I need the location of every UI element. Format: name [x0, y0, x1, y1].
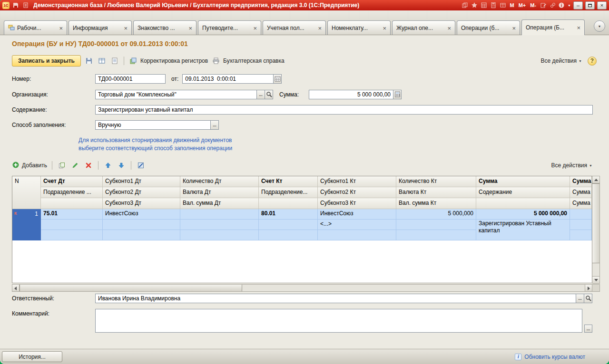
doc-icon[interactable]: [21, 1, 29, 9]
credit-subconto2-cell[interactable]: <...>: [318, 220, 396, 230]
responsible-choose-button[interactable]: ...: [576, 294, 584, 303]
dropdown-arrow-icon[interactable]: ▼: [568, 4, 571, 7]
credit-quantity-cell[interactable]: 5 000,000: [396, 209, 476, 220]
delete-row-icon[interactable]: [84, 161, 93, 170]
save-icon[interactable]: [84, 56, 94, 66]
table-cell[interactable]: [318, 230, 396, 240]
table-cell[interactable]: [570, 220, 592, 230]
calendar-button[interactable]: [274, 74, 282, 84]
memory-minus-button[interactable]: M-: [529, 2, 538, 8]
tab-close-icon[interactable]: ×: [188, 25, 192, 31]
scroll-down-button[interactable]: [592, 276, 599, 283]
vertical-scrollbar[interactable]: [592, 176, 600, 284]
table-cell[interactable]: [180, 220, 259, 230]
table-cell[interactable]: [396, 220, 476, 230]
accounting-note-button[interactable]: Бухгалтерская справка: [211, 56, 285, 66]
calculator-icon[interactable]: [489, 1, 497, 9]
pencil-icon[interactable]: [70, 161, 80, 170]
row-content-cell[interactable]: Зарегистрирован Уставный капитал: [476, 220, 570, 240]
table-cell[interactable]: [41, 230, 103, 240]
add-row-button[interactable]: Добавить: [12, 161, 47, 170]
all-actions-button[interactable]: Все действия ▼: [541, 57, 582, 64]
move-up-icon[interactable]: [103, 161, 113, 170]
table-cell[interactable]: [180, 230, 259, 240]
memory-button[interactable]: M: [508, 2, 515, 8]
comment-textarea[interactable]: [95, 309, 582, 333]
tab-close-icon[interactable]: ×: [512, 25, 516, 31]
star-icon[interactable]: [470, 1, 478, 9]
document-icon[interactable]: [110, 56, 119, 66]
postings-icon[interactable]: [97, 56, 107, 66]
minimize-button[interactable]: –: [573, 1, 583, 10]
tab-operations-journal[interactable]: Журнал опе... ×: [392, 20, 455, 35]
organization-input[interactable]: [95, 90, 257, 99]
tab-close-icon[interactable]: ×: [383, 25, 386, 31]
scroll-thumb[interactable]: [592, 183, 599, 263]
help-button[interactable]: ?: [588, 57, 597, 66]
credit-subconto1-cell[interactable]: ИнвестСоюз: [318, 209, 396, 220]
responsible-open-button[interactable]: [584, 294, 592, 303]
content-input[interactable]: [95, 105, 593, 115]
tab-operations-list[interactable]: Операции (б... ×: [457, 20, 520, 35]
tab-overflow-button[interactable]: ▼: [594, 20, 605, 32]
calendar-icon[interactable]: [480, 1, 488, 9]
debit-subconto1-cell[interactable]: ИнвестСоюз: [103, 209, 180, 220]
link-icon[interactable]: [549, 1, 557, 9]
tab-operation-document[interactable]: Операция (Б... ×: [521, 19, 585, 35]
save-and-close-button[interactable]: Записать и закрыть: [12, 55, 81, 67]
storno-icon[interactable]: [136, 161, 146, 170]
scroll-left-button[interactable]: [12, 285, 20, 291]
sum-cell[interactable]: 5 000 000,00: [476, 209, 570, 220]
copy-row-icon[interactable]: [57, 161, 67, 170]
tab-nomenclature[interactable]: Номенклату... ×: [327, 20, 391, 35]
grid-icon[interactable]: [499, 1, 507, 9]
table-cell[interactable]: [259, 220, 318, 230]
tab-close-icon[interactable]: ×: [447, 25, 451, 31]
table-cell[interactable]: [41, 220, 103, 230]
table-all-actions-button[interactable]: Все действия ▼: [551, 162, 592, 169]
tab-information[interactable]: Информация ×: [69, 20, 132, 35]
table-cell[interactable]: [259, 230, 318, 240]
close-button[interactable]: ×: [597, 1, 607, 10]
tab-accounting-policy[interactable]: Учетная пол... ×: [263, 20, 326, 35]
save-icon[interactable]: [11, 1, 20, 9]
table-cell[interactable]: [396, 230, 476, 240]
tab-intro[interactable]: Знакомство ... ×: [133, 20, 196, 35]
date-input[interactable]: [182, 74, 274, 84]
scroll-thumb[interactable]: [20, 285, 242, 291]
organization-open-button[interactable]: [265, 90, 273, 99]
tab-close-icon[interactable]: ×: [318, 25, 322, 31]
fill-method-choose-button[interactable]: ...: [211, 120, 219, 130]
table-row-selected[interactable]: К 1 75.01 ИнвестСоюз 80.01 ИнвестСоюз 5 …: [12, 209, 592, 240]
info-icon[interactable]: [558, 1, 566, 9]
update-currency-rates-link[interactable]: i Обновить курсы валют: [515, 354, 585, 360]
number-input[interactable]: [95, 74, 166, 84]
organization-choose-button[interactable]: ...: [257, 90, 265, 99]
maximize-button[interactable]: [585, 1, 595, 10]
register-adjustment-button[interactable]: Корректировка регистров: [128, 56, 208, 66]
horizontal-scrollbar[interactable]: [12, 284, 592, 292]
responsible-input[interactable]: [95, 294, 576, 303]
history-button[interactable]: История...: [2, 351, 62, 362]
tab-desktop[interactable]: Рабочи... ×: [4, 20, 67, 35]
sum-input[interactable]: [309, 90, 393, 99]
scroll-right-button[interactable]: [585, 285, 592, 291]
memory-plus-button[interactable]: M+: [517, 2, 528, 8]
debit-account-cell[interactable]: 75.01: [41, 209, 103, 220]
comment-choose-button[interactable]: ...: [584, 325, 592, 333]
debit-quantity-cell[interactable]: [180, 209, 259, 220]
tab-close-icon[interactable]: ×: [59, 25, 63, 31]
row-number-cell[interactable]: К 1: [12, 209, 41, 240]
fill-method-input[interactable]: [95, 120, 211, 130]
table-cell[interactable]: [103, 230, 180, 240]
table-cell[interactable]: [103, 220, 180, 230]
copy-icon[interactable]: [461, 1, 469, 9]
credit-account-cell[interactable]: 80.01: [259, 209, 318, 220]
scroll-up-button[interactable]: [592, 176, 599, 183]
table-cell[interactable]: [570, 230, 592, 240]
tab-close-icon[interactable]: ×: [577, 25, 580, 31]
tab-guide[interactable]: Путеводите... ×: [198, 20, 261, 35]
tab-close-icon[interactable]: ×: [124, 25, 128, 31]
calculator-button[interactable]: [393, 90, 402, 99]
move-down-icon[interactable]: [117, 161, 126, 170]
